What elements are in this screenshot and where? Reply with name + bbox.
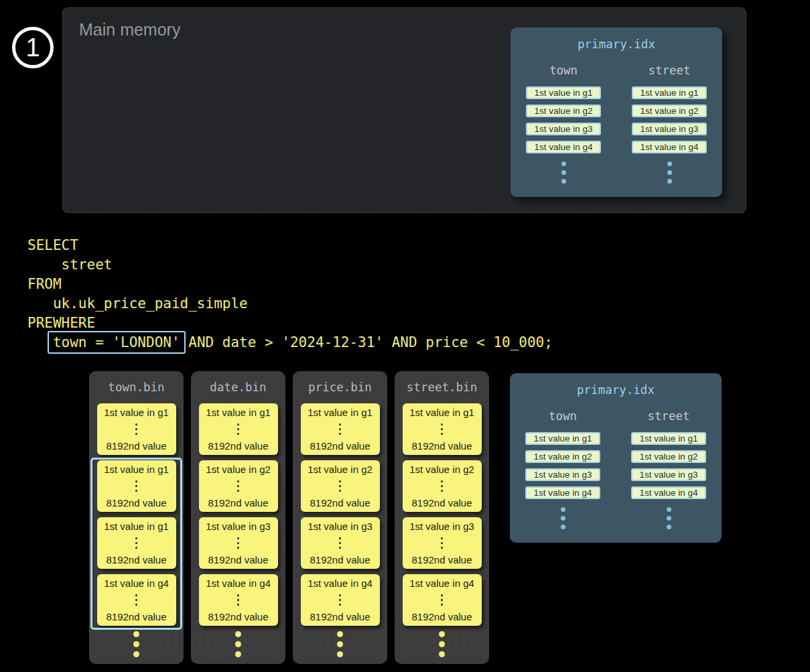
granule-rows-dots [441,594,443,606]
dot [135,537,137,539]
granule-first-value: 1st value in g3 [308,521,373,532]
granule-rows-dots [135,594,137,606]
granule-first-value: 1st value in g2 [206,464,271,475]
bin-file-title: date.bin [191,371,285,403]
dot [135,480,137,482]
column-header: street [648,63,690,78]
dot [561,507,565,512]
index-entry-chip: 1st value in g1 [632,86,707,99]
granule-first-value: 1st value in g1 [206,407,271,418]
dot [133,641,139,647]
bin-file-title: street.bin [395,371,489,403]
granule-first-value: 1st value in g1 [308,407,373,418]
granule-last-value: 8192nd value [310,497,370,509]
dot [135,604,137,606]
dot [337,651,343,657]
granule-rows-dots [135,537,137,549]
index-entry-chip: 1st value in g1 [525,432,600,445]
granule-block: 1st value in g48192nd value [199,574,278,626]
granule-block: 1st value in g18192nd value [403,403,482,455]
granule-rows-dots [237,480,239,492]
dot [235,641,241,647]
dot [339,604,341,606]
diagram-canvas: 1 Main memory primary.idxtown1st value i… [0,0,810,672]
granule-block: 1st value in g18192nd value [301,403,380,455]
main-memory-panel: Main memory primary.idxtown1st value in … [62,7,746,213]
dot [441,604,443,606]
index-entry-chip: 1st value in g2 [525,450,600,463]
dot [237,490,239,492]
dot [339,433,341,435]
column-header: town [549,63,578,78]
dot [237,485,239,487]
granule-rows-dots [135,480,137,492]
more-granules-dots [395,631,489,657]
granule-block: 1st value in g18192nd value [199,403,278,455]
index-entry-chip: 1st value in g4 [632,141,707,153]
granule-first-value: 1st value in g3 [409,521,474,532]
dot [441,433,443,435]
dot [561,170,566,175]
granule-last-value: 8192nd value [208,440,268,452]
dot [339,428,341,430]
granule-last-value: 8192nd value [411,497,472,509]
granule-block: 1st value in g48192nd value [403,574,482,626]
index-entry-chip: 1st value in g3 [631,468,706,481]
primary-idx-title: primary.idx [511,27,722,52]
granule-rows-dots [339,423,341,435]
index-entry-chip: 1st value in g1 [631,432,706,445]
dot [339,537,341,539]
dot [237,428,239,430]
granule-rows-dots [237,537,239,549]
index-entry-list: 1st value in g11st value in g21st value … [632,86,707,153]
index-entry-chip: 1st value in g4 [631,486,706,499]
step-number: 1 [25,35,40,60]
dot [237,480,239,482]
dot [339,480,341,482]
granule-stack: 1st value in g18192nd value1st value in … [395,403,489,626]
dot [237,433,239,435]
dot [237,423,239,425]
dot [441,599,443,601]
granule-stack: 1st value in g18192nd value1st value in … [293,403,387,626]
column-file-price-bin: price.bin1st value in g18192nd value1st … [293,371,387,664]
dot [135,428,137,430]
dot [441,480,443,482]
dot [561,516,565,521]
step-1-badge: 1 [12,27,54,68]
more-entries-dots [667,507,671,529]
index-entry-chip: 1st value in g2 [631,450,706,463]
granule-last-value: 8192nd value [106,440,166,452]
granule-block: 1st value in g38192nd value [403,517,482,569]
dot [237,542,239,544]
granule-first-value: 1st value in g4 [206,578,271,589]
dot [135,490,137,492]
dot [667,507,671,512]
index-entry-list: 1st value in g11st value in g21st value … [526,86,601,153]
dot [235,651,241,657]
dot [561,179,566,184]
index-entry-chip: 1st value in g4 [525,486,600,499]
column-file-street-bin: street.bin1st value in g18192nd value1st… [395,371,489,664]
main-memory-title: Main memory [79,20,180,40]
granule-first-value: 1st value in g2 [308,464,373,475]
dot [135,433,137,435]
dot [561,161,566,166]
granule-last-value: 8192nd value [208,497,268,509]
bin-file-title: town.bin [89,371,184,403]
dot [441,537,443,539]
dot [135,423,137,425]
dot [439,641,445,647]
granule-block: 1st value in g28192nd value [301,460,380,512]
index-entry-chip: 1st value in g3 [526,123,601,135]
column-files-row: town.bin1st value in g18192nd value1st v… [89,371,489,664]
granule-last-value: 8192nd value [411,554,472,565]
dot [441,547,443,549]
dot [135,542,137,544]
primary-idx-card-memory: primary.idxtown1st value in g11st value … [511,27,722,197]
dot [135,547,137,549]
granule-stack: 1st value in g18192nd value1st value in … [89,403,184,626]
dot [235,631,241,637]
granule-rows-dots [339,480,341,492]
index-entry-chip: 1st value in g4 [526,141,601,153]
